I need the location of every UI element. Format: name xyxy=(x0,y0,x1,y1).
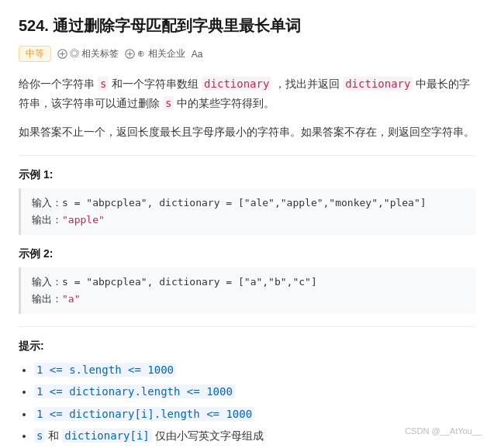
example1-title: 示例 1: xyxy=(19,168,475,182)
tag-bar: 中等 ◎ 相关标签 ⊕ 相关企业 Aа xyxy=(19,46,475,62)
related-tags-label: ◎ 相关标签 xyxy=(70,47,119,60)
tag-icon xyxy=(57,49,67,59)
example2-title: 示例 2: xyxy=(19,247,475,261)
divider1 xyxy=(19,155,475,156)
font-size-toggle[interactable]: Aа xyxy=(192,49,203,60)
related-tags-link[interactable]: ◎ 相关标签 xyxy=(57,47,119,60)
difficulty-badge[interactable]: 中等 xyxy=(19,46,51,62)
company-icon xyxy=(125,49,135,59)
watermark: CSDN @__AtYou__ xyxy=(405,426,482,436)
page-title: 524. 通过删除字母匹配到字典里最长单词 xyxy=(19,16,475,36)
divider2 xyxy=(19,326,475,327)
description-para2: 如果答案不止一个，返回长度最长且字母序最小的字符串。如果答案不存在，则返回空字符… xyxy=(19,122,475,142)
hint-item-1: 1 <= s.length <= 1000 xyxy=(34,361,475,378)
font-size-label: Aа xyxy=(192,49,203,60)
related-companies-label: ⊕ 相关企业 xyxy=(137,47,185,60)
inline-code-s1: s xyxy=(98,77,109,91)
inline-code-s2: s xyxy=(163,96,174,110)
description-para1: 给你一个字符串 s 和一个字符串数组 dictionary ，找出并返回 dic… xyxy=(19,74,475,113)
example1-block: 输入：s = "abpcplea", dictionary = ["ale","… xyxy=(19,188,475,235)
example2-output: 输出："a" xyxy=(32,291,465,308)
example2-input: 输入：s = "abpcplea", dictionary = ["a","b"… xyxy=(32,274,465,291)
example2-block: 输入：s = "abpcplea", dictionary = ["a","b"… xyxy=(19,267,475,314)
example1-output: 输出："apple" xyxy=(32,212,465,229)
hint-item-3: 1 <= dictionary[i].length <= 1000 xyxy=(34,405,475,422)
inline-code-dict2: dictionary xyxy=(343,77,413,91)
related-companies-link[interactable]: ⊕ 相关企业 xyxy=(125,47,185,60)
hints-title: 提示: xyxy=(19,339,475,353)
example1-input: 输入：s = "abpcplea", dictionary = ["ale","… xyxy=(32,195,465,212)
inline-code-dict1: dictionary xyxy=(202,77,271,91)
hint-item-2: 1 <= dictionary.length <= 1000 xyxy=(34,383,475,400)
